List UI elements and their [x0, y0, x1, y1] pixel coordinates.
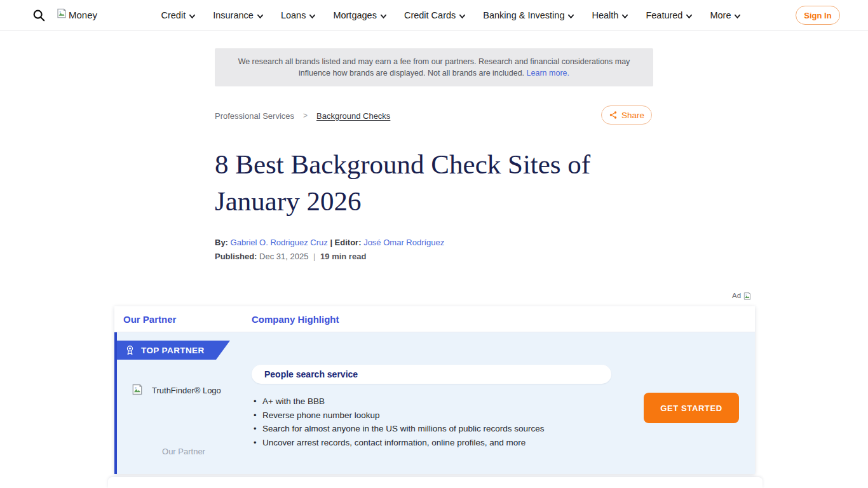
nav-label: Credit [161, 10, 186, 20]
highlight-bullet-list: A+ with the BBB Reverse phone number loo… [252, 395, 544, 449]
chevron-down-icon [734, 13, 741, 20]
next-table-row-partial [108, 477, 763, 488]
nav-item-insurance[interactable]: Insurance [213, 10, 264, 20]
nav-item-credit[interactable]: Credit [161, 10, 196, 20]
partner-card: Our Partner Company Highlight TOP PARTNE… [114, 306, 755, 474]
editor-link[interactable]: José Omar Rodríguez [363, 238, 444, 247]
breadcrumb: Professional Services > Background Check… [215, 107, 390, 125]
highlight-bullet: A+ with the BBB [252, 395, 544, 409]
published-line: Published: Dec 31, 2025 | 19 min read [215, 252, 366, 261]
chevron-down-icon [257, 13, 264, 20]
search-icon[interactable] [32, 8, 46, 22]
money-logo[interactable]: Money [56, 8, 97, 22]
company-highlight-pill: People search service [252, 365, 611, 384]
highlight-bullet: Reverse phone number lookup [252, 409, 544, 423]
disclaimer-text: We research all brands listed and may ea… [229, 56, 639, 79]
nav-label: Banking & Investing [483, 10, 564, 20]
pipe-separator: | [313, 252, 315, 261]
column-header-our-partner: Our Partner [123, 314, 176, 325]
top-navigation-bar: Money Credit Insurance Loans Mortgages C… [0, 0, 868, 30]
chevron-down-icon [621, 13, 628, 20]
chevron-down-icon [459, 13, 466, 20]
nav-label: Mortgages [333, 10, 377, 20]
nav-label: Health [592, 10, 618, 20]
highlight-bullet: Search for almost anyone in the US with … [252, 422, 544, 436]
medal-icon [125, 345, 135, 356]
partner-logo-alt-text: TruthFinder® Logo [152, 386, 221, 395]
nav-item-credit-cards[interactable]: Credit Cards [404, 10, 466, 20]
breadcrumb-parent-link[interactable]: Professional Services [215, 111, 294, 121]
top-partner-label: TOP PARTNER [141, 346, 205, 355]
nav-item-more[interactable]: More [710, 10, 741, 20]
nav-item-banking-investing[interactable]: Banking & Investing [483, 10, 574, 20]
breadcrumb-separator: > [303, 111, 308, 120]
money-logo-broken-image-icon [56, 8, 67, 22]
nav-item-mortgages[interactable]: Mortgages [333, 10, 387, 20]
chevron-down-icon [189, 13, 196, 20]
nav-label: Insurance [213, 10, 254, 20]
share-icon [609, 111, 618, 119]
disclaimer-body: We research all brands listed and may ea… [238, 57, 630, 78]
truthfinder-logo-broken-image-icon [131, 383, 144, 398]
advertiser-disclaimer: We research all brands listed and may ea… [215, 48, 653, 86]
author-link[interactable]: Gabriel O. Rodriguez Cruz [231, 238, 328, 247]
page-title: 8 Best Background Check Sites of January… [215, 146, 660, 220]
share-label: Share [621, 111, 644, 120]
learn-more-link[interactable]: Learn more. [527, 69, 569, 78]
ad-text: Ad [732, 292, 741, 299]
chevron-down-icon [380, 13, 387, 20]
nav-item-loans[interactable]: Loans [281, 10, 316, 20]
our-partner-caption: Our Partner [117, 447, 250, 456]
by-label: By: [215, 238, 228, 247]
page: Money Credit Insurance Loans Mortgages C… [0, 0, 868, 488]
partner-card-row: TOP PARTNER TruthFinder® Logo Our Partne… [114, 332, 755, 474]
share-button[interactable]: Share [601, 105, 652, 125]
chevron-down-icon [686, 13, 693, 20]
nav-label: More [710, 10, 731, 20]
published-label: Published: [215, 252, 257, 261]
nav-item-health[interactable]: Health [592, 10, 628, 20]
chevron-down-icon [309, 13, 316, 20]
primary-nav: Credit Insurance Loans Mortgages Credit … [153, 0, 750, 30]
read-time: 19 min read [320, 252, 366, 261]
breadcrumb-current-link[interactable]: Background Checks [316, 111, 390, 121]
nav-label: Loans [281, 10, 306, 20]
get-started-button[interactable]: GET STARTED [644, 393, 739, 423]
nav-item-featured[interactable]: Featured [646, 10, 693, 20]
partner-logo[interactable]: TruthFinder® Logo [131, 383, 221, 398]
ad-broken-image-icon [743, 292, 752, 302]
ad-label: Ad [732, 292, 752, 302]
logo-alt-text: Money [69, 10, 97, 20]
highlight-bullet: Uncover arrest records, contact informat… [252, 436, 544, 450]
top-partner-banner: TOP PARTNER [117, 341, 230, 360]
partner-card-header: Our Partner Company Highlight [114, 306, 755, 332]
column-header-company-highlight: Company Highlight [252, 314, 339, 325]
sign-in-button[interactable]: Sign In [796, 6, 840, 25]
editor-label: | Editor: [330, 238, 361, 247]
nav-label: Credit Cards [404, 10, 456, 20]
nav-label: Featured [646, 10, 682, 20]
chevron-down-icon [567, 13, 574, 20]
byline: By: Gabriel O. Rodriguez Cruz | Editor: … [215, 238, 444, 247]
published-date: Dec 31, 2025 [259, 252, 308, 261]
